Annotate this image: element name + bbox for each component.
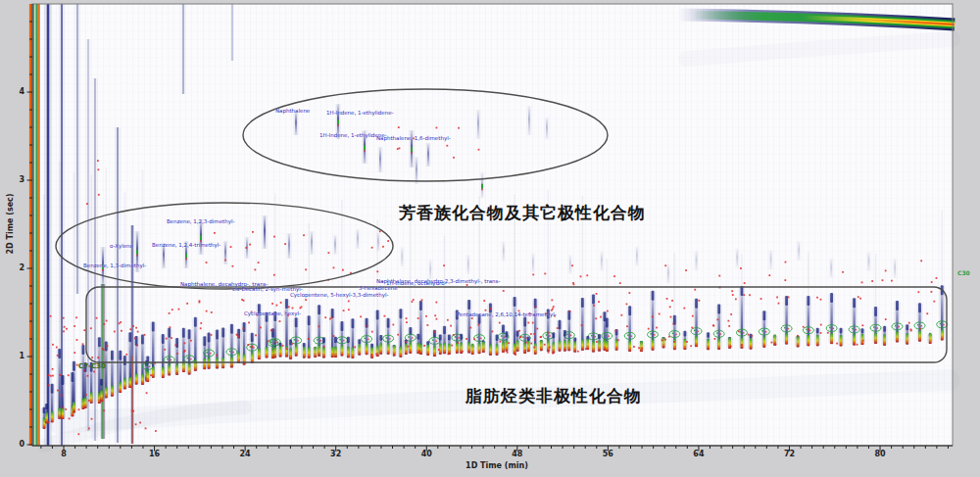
- gcxgc-contour-plot[interactable]: 芳香族化合物及其它极性化合物 脂肪烃类非极性化合物 C7-C30 C30 1D …: [0, 0, 980, 477]
- chromatogram-canvas[interactable]: [0, 0, 980, 477]
